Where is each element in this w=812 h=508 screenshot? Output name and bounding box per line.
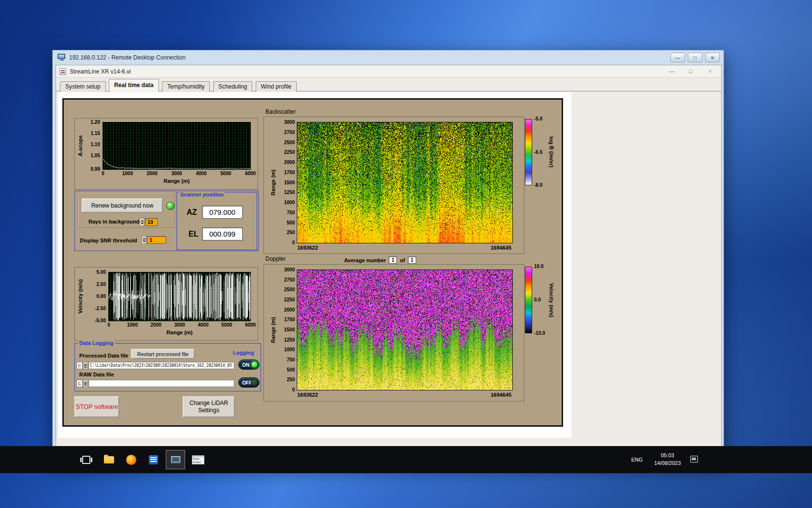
notification-center-icon[interactable] <box>690 456 698 463</box>
tab-system-setup[interactable]: System setup <box>60 81 106 92</box>
change-lidar-settings-button[interactable]: Change LiDAR Settings <box>183 396 235 418</box>
y-axis-ticks: 3000275025002250200017501500125010007505… <box>276 122 296 243</box>
x-end-label: 1694645 <box>491 392 511 398</box>
tick-label: 5000 <box>220 171 231 176</box>
y-axis-label: Range (m) <box>270 122 276 243</box>
tick-label: 1.15 <box>91 131 100 136</box>
tab-temp-humidity[interactable]: Temp/humidity <box>162 81 210 92</box>
clock[interactable]: 05:03 14/08/2023 <box>649 451 686 467</box>
tick-label: 2000 <box>147 171 158 176</box>
path-browse-button[interactable] <box>83 362 88 369</box>
backscatter-heatmap: Range (m) 300027502500225020001750150012… <box>263 117 524 254</box>
processed-logging-toggle[interactable]: ON <box>238 359 260 370</box>
snr-spinner[interactable] <box>142 236 146 244</box>
x-axis-label: Range (m) <box>103 178 250 184</box>
rays-spinner[interactable] <box>140 218 144 226</box>
raw-path-field[interactable] <box>88 380 234 387</box>
of-label: of <box>400 257 405 263</box>
rays-in-background-label: Rays in background <box>88 219 139 224</box>
tick-label: 0.0 <box>534 298 541 302</box>
tick-label: 1000 <box>284 200 295 205</box>
tick-label: 0 <box>107 322 110 328</box>
close-button[interactable]: ✕ <box>704 66 716 76</box>
tick-label: 750 <box>287 210 295 215</box>
drive-letter-box[interactable]: C <box>76 380 83 387</box>
tab-strip: System setup Real time data Temp/humidit… <box>56 78 721 91</box>
azimuth-value[interactable]: 079.000 <box>202 206 243 219</box>
logging-off-led-icon <box>251 379 258 386</box>
close-button[interactable]: ✕ <box>705 53 720 62</box>
tick-label: 1000 <box>127 322 138 328</box>
scanner-position-title: Scanner position <box>179 192 225 197</box>
tab-scheduling[interactable]: Scheduling <box>213 81 252 92</box>
x-axis-ticks: 0100020003000400050006000 <box>109 322 250 328</box>
minimize-button[interactable]: — <box>670 53 685 62</box>
average-number-label: Average number <box>344 257 386 263</box>
tick-label: 0.99 <box>91 167 100 172</box>
tick-label: 5.00 <box>97 270 106 275</box>
remote-desktop-taskbar-icon[interactable] <box>166 450 185 469</box>
average-number-value[interactable]: 1 <box>389 256 397 264</box>
blue-app-icon[interactable] <box>144 450 163 469</box>
restore-button[interactable]: □ <box>684 66 697 76</box>
raw-data-file-label: RAW Data file <box>79 372 114 377</box>
average-number-total[interactable]: 1 <box>408 256 416 264</box>
y-axis-ticks: 3000275025002250200017501500125010007505… <box>276 270 296 390</box>
snr-threshold-value[interactable]: 1 <box>147 236 166 244</box>
scan-scheduler-icon-label: Scan sched <box>192 455 204 464</box>
backscatter-title: Backscatter <box>265 108 296 115</box>
tick-label: 5000 <box>221 322 232 328</box>
x-start-label: 1693622 <box>297 245 318 251</box>
doppler-colorbar <box>525 267 532 333</box>
renew-background-button[interactable]: Renew background now <box>82 198 163 213</box>
processed-path-field[interactable] <box>88 362 234 369</box>
doppler-heatmap: Range (m) 300027502500225020001750150012… <box>263 264 524 402</box>
tick-label: 2750 <box>284 278 295 283</box>
labview-vi-icon <box>59 68 66 75</box>
rdp-titlebar[interactable]: 192.168.0.122 - Remote Desktop Connectio… <box>53 50 724 65</box>
tab-wind-profile[interactable]: Wind profile <box>256 81 297 92</box>
background-controls-group: Renew background now Rays in background … <box>74 191 259 251</box>
drive-letter-box[interactable]: C <box>76 362 83 369</box>
backscatter-plot-canvas <box>297 122 512 243</box>
y-axis-label: Velocity (m/s) <box>77 272 83 321</box>
path-browse-button[interactable] <box>83 380 88 387</box>
tick-label: 1000 <box>284 347 295 352</box>
tab-real-time-data[interactable]: Real time data <box>109 79 159 92</box>
tick-label: 1000 <box>122 171 133 176</box>
tick-label: 250 <box>287 377 295 382</box>
rdp-window-controls: — □ ✕ <box>670 53 720 62</box>
language-indicator[interactable]: ENG <box>631 446 643 473</box>
firefox-icon[interactable] <box>121 450 141 469</box>
rdp-window-title: 192.168.0.122 - Remote Desktop Connectio… <box>69 54 186 61</box>
tick-label: 10.0 <box>534 264 543 269</box>
a-scope-plot-canvas <box>103 122 250 169</box>
backscatter-plot <box>297 122 513 243</box>
raw-logging-toggle[interactable]: OFF <box>238 377 260 388</box>
a-scope-plot <box>102 122 251 170</box>
rays-in-background-value[interactable]: 10 <box>145 218 158 226</box>
minimize-button[interactable]: — <box>665 66 678 76</box>
elevation-value[interactable]: 000.099 <box>202 227 243 240</box>
streamline-app-window: StreamLine XR v14-6.vi — □ ✕ System setu… <box>56 65 722 463</box>
restart-processed-file-button[interactable]: Restart processed file <box>131 349 195 359</box>
velocity-plot <box>108 272 251 321</box>
tick-label: 750 <box>287 358 295 362</box>
file-explorer-icon[interactable] <box>99 450 118 469</box>
tick-label: 6000 <box>245 171 256 176</box>
stop-software-button[interactable]: STOP software <box>74 396 119 418</box>
tick-label: 4000 <box>196 171 206 176</box>
doppler-plot-canvas <box>297 270 512 390</box>
maximize-button[interactable]: □ <box>688 53 702 62</box>
scan-scheduler-icon[interactable]: Scan sched <box>188 450 208 469</box>
y-axis-ticks: 1.201.151.101.050.99 <box>83 122 101 169</box>
tick-label: 2750 <box>284 130 295 135</box>
tick-label: 1.05 <box>91 153 100 158</box>
task-view-icon[interactable] <box>76 450 96 469</box>
tick-label: 4000 <box>198 322 208 328</box>
average-number-control: Average number 1 of 1 <box>344 256 416 264</box>
tick-label: 3000 <box>284 120 295 125</box>
tick-label: 2500 <box>284 287 295 292</box>
app-titlebar[interactable]: StreamLine XR v14-6.vi — □ ✕ <box>56 65 721 78</box>
scanner-position-group: Scanner position AZ 079.000 EL 000.099 <box>176 192 257 250</box>
